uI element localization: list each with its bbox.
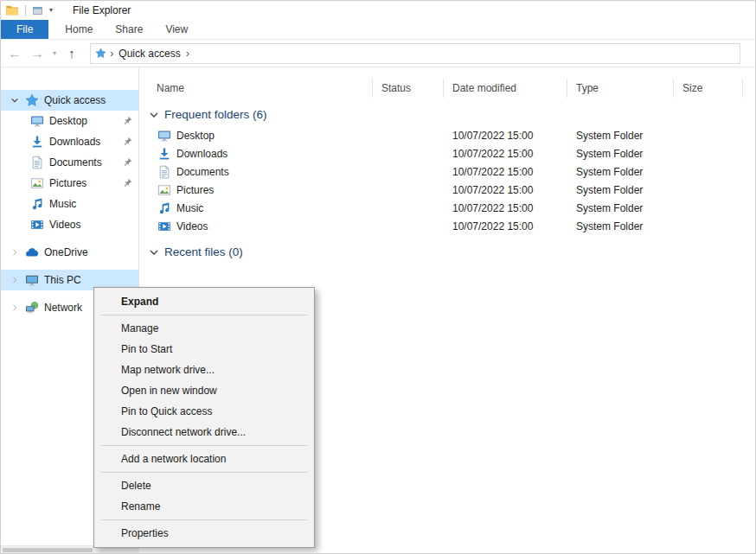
group-label: Frequent folders (6) bbox=[164, 108, 267, 121]
quick-access-icon bbox=[25, 93, 39, 107]
file-row-music[interactable]: Music10/07/2022 15:00System Folder bbox=[139, 199, 755, 217]
context-menu-item-map-network-drive[interactable]: Map network drive... bbox=[94, 360, 314, 380]
context-menu-item-rename[interactable]: Rename bbox=[94, 496, 314, 517]
downloads-icon bbox=[157, 147, 171, 161]
file-type: System Folder bbox=[567, 220, 674, 232]
music-icon bbox=[157, 201, 171, 215]
context-menu-item-delete[interactable]: Delete bbox=[94, 475, 314, 496]
dropdown-icon[interactable]: ▾ bbox=[49, 7, 53, 14]
arrow-right-icon[interactable]: → bbox=[26, 47, 48, 60]
desktop-icon bbox=[30, 114, 44, 128]
chevron-right-icon[interactable] bbox=[8, 301, 22, 315]
context-menu: ExpandManagePin to StartMap network driv… bbox=[93, 287, 315, 548]
sidebar-item-pictures[interactable]: Pictures bbox=[1, 173, 138, 194]
file-type: System Folder bbox=[567, 130, 674, 142]
file-date-modified: 10/07/2022 15:00 bbox=[444, 202, 567, 214]
sidebar-item-label: OneDrive bbox=[44, 246, 88, 258]
context-menu-item-disconnect-network-drive[interactable]: Disconnect network drive... bbox=[94, 422, 314, 443]
file-explorer-window: ▾ File Explorer File Home Share View ← →… bbox=[0, 0, 756, 554]
breadcrumb-quick-access[interactable]: Quick access bbox=[117, 48, 182, 60]
sidebar-item-label: Documents bbox=[49, 156, 102, 169]
tab-file[interactable]: File bbox=[1, 20, 48, 39]
pin-icon bbox=[121, 156, 133, 169]
context-menu-item-properties[interactable]: Properties bbox=[94, 523, 314, 544]
column-header-size[interactable]: Size bbox=[674, 79, 743, 98]
file-date-modified: 10/07/2022 15:00 bbox=[444, 220, 567, 232]
sidebar-item-label: Network bbox=[44, 302, 82, 314]
address-bar[interactable]: › Quick access › bbox=[90, 43, 740, 64]
menu-separator bbox=[101, 445, 307, 446]
file-name: Pictures bbox=[176, 184, 214, 196]
file-type: System Folder bbox=[567, 184, 674, 196]
videos-icon bbox=[30, 218, 44, 232]
sidebar-item-label: This PC bbox=[44, 274, 81, 286]
sidebar-item-label: Music bbox=[49, 198, 76, 210]
navigation-bar: ← → ▾ ↑ › Quick access › bbox=[1, 40, 755, 67]
sidebar-item-documents[interactable]: Documents bbox=[1, 152, 138, 173]
tab-view[interactable]: View bbox=[154, 20, 199, 39]
menu-item-label: Pin to Start bbox=[121, 343, 172, 355]
chevron-down-icon[interactable] bbox=[148, 109, 160, 121]
file-type: System Folder bbox=[567, 166, 674, 178]
file-date-modified: 10/07/2022 15:00 bbox=[444, 166, 567, 178]
context-menu-item-add-a-network-location[interactable]: Add a network location bbox=[94, 449, 314, 469]
menu-item-label: Delete bbox=[121, 480, 151, 492]
column-header-type[interactable]: Type bbox=[567, 79, 674, 98]
dropdown-icon[interactable]: ▾ bbox=[48, 49, 61, 57]
sidebar-item-videos[interactable]: Videos bbox=[1, 214, 138, 235]
breadcrumb-chevron-icon[interactable]: › bbox=[183, 48, 193, 59]
pin-icon bbox=[121, 115, 133, 127]
sidebar-item-label: Pictures bbox=[49, 177, 86, 189]
ribbon-tabs: File Home Share View bbox=[1, 20, 755, 40]
file-row-desktop[interactable]: Desktop10/07/2022 15:00System Folder bbox=[139, 126, 755, 144]
file-date-modified: 10/07/2022 15:00 bbox=[444, 130, 567, 142]
group-header-recent-files-0[interactable]: Recent files (0) bbox=[148, 245, 755, 258]
context-menu-item-pin-to-start[interactable]: Pin to Start bbox=[94, 339, 314, 360]
context-menu-item-pin-to-quick-access[interactable]: Pin to Quick access bbox=[94, 401, 314, 422]
menu-item-label: Expand bbox=[121, 296, 158, 308]
arrow-left-icon[interactable]: ← bbox=[3, 47, 26, 60]
network-icon bbox=[25, 301, 39, 315]
file-row-pictures[interactable]: Pictures10/07/2022 15:00System Folder bbox=[139, 181, 755, 199]
window-title: File Explorer bbox=[73, 4, 131, 16]
sidebar-item-quick-access[interactable]: Quick access bbox=[1, 90, 138, 111]
chevron-down-icon[interactable] bbox=[148, 246, 160, 258]
titlebar: ▾ File Explorer bbox=[1, 1, 755, 20]
file-row-videos[interactable]: Videos10/07/2022 15:00System Folder bbox=[139, 217, 755, 235]
file-name: Videos bbox=[176, 220, 208, 232]
scrollbar-thumb[interactable] bbox=[3, 548, 93, 552]
tab-share[interactable]: Share bbox=[104, 20, 154, 39]
chevron-right-icon[interactable] bbox=[8, 245, 22, 259]
menu-item-label: Open in new window bbox=[121, 385, 217, 397]
sidebar-item-music[interactable]: Music bbox=[1, 194, 138, 214]
chevron-right-icon[interactable] bbox=[8, 273, 22, 287]
breadcrumb-chevron-icon[interactable]: › bbox=[106, 48, 117, 59]
documents-icon bbox=[157, 165, 171, 179]
context-menu-item-manage[interactable]: Manage bbox=[94, 318, 314, 339]
menu-item-label: Add a network location bbox=[121, 453, 226, 465]
downloads-icon bbox=[30, 135, 44, 149]
column-header-date-modified[interactable]: Date modified bbox=[444, 79, 567, 98]
menu-item-label: Manage bbox=[121, 322, 158, 334]
file-row-downloads[interactable]: Downloads10/07/2022 15:00System Folder bbox=[139, 144, 755, 162]
sidebar-item-onedrive[interactable]: OneDrive bbox=[1, 242, 138, 263]
arrow-up-icon[interactable]: ↑ bbox=[61, 47, 83, 60]
sidebar-item-desktop[interactable]: Desktop bbox=[1, 111, 138, 131]
column-header-status[interactable]: Status bbox=[373, 79, 444, 98]
group-header-frequent-folders-6[interactable]: Frequent folders (6) bbox=[148, 108, 755, 121]
pin-icon bbox=[121, 177, 133, 189]
column-header-name[interactable]: Name bbox=[139, 79, 373, 98]
menu-item-label: Rename bbox=[121, 500, 160, 513]
window-icon[interactable] bbox=[32, 5, 43, 16]
videos-icon bbox=[157, 220, 171, 233]
column-headers: Name Status Date modified Type Size bbox=[139, 79, 755, 98]
sidebar-item-downloads[interactable]: Downloads bbox=[1, 131, 138, 152]
context-menu-item-open-in-new-window[interactable]: Open in new window bbox=[94, 380, 314, 401]
sidebar-item-label: Quick access bbox=[44, 94, 106, 106]
file-name: Music bbox=[176, 202, 203, 214]
context-menu-item-expand[interactable]: Expand bbox=[94, 291, 314, 312]
chevron-down-icon[interactable] bbox=[8, 93, 22, 107]
file-row-documents[interactable]: Documents10/07/2022 15:00System Folder bbox=[139, 162, 755, 181]
file-date-modified: 10/07/2022 15:00 bbox=[444, 148, 567, 160]
tab-home[interactable]: Home bbox=[54, 20, 104, 39]
